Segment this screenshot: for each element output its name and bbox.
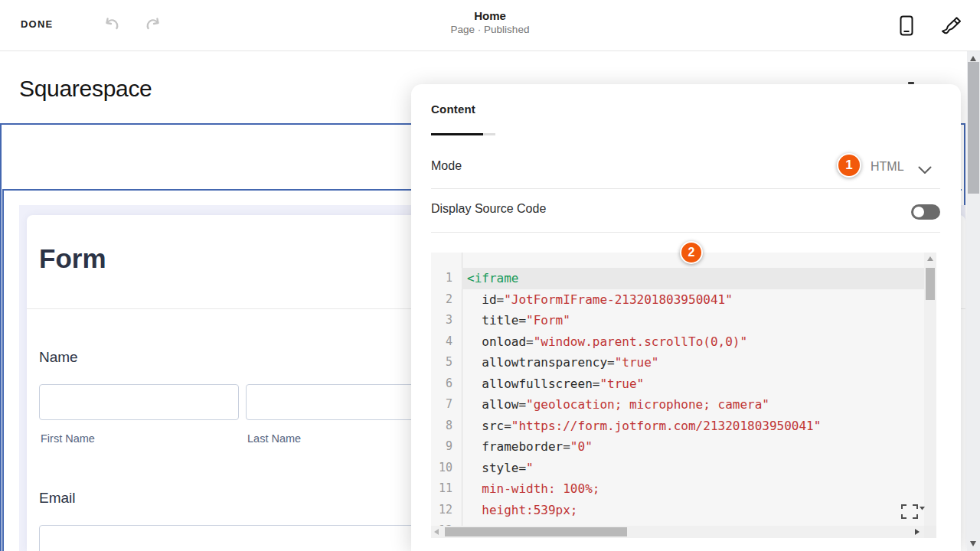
display-source-code-toggle[interactable] <box>911 204 940 220</box>
code-line: 2 id="JotFormIFrame-213201803950041" <box>431 289 924 311</box>
step-badge-1: 1 <box>837 153 861 178</box>
line-number: 9 <box>431 436 462 458</box>
page-scrollbar[interactable] <box>967 51 980 551</box>
code-line: 4 onload="window.parent.scrollTo(0,0)" <box>431 331 924 353</box>
tab-indicator-track <box>483 133 495 135</box>
email-field-label: Email <box>39 490 76 507</box>
fullscreen-icon <box>900 509 926 522</box>
line-number: 13 <box>431 520 462 526</box>
line-number: 1 <box>431 268 462 289</box>
editor-topbar: DONE Home Page · Published <box>0 0 980 51</box>
code-line: 7 allow="geolocation; microphone; camera… <box>431 394 924 416</box>
horizontal-scroll-thumb[interactable] <box>445 527 627 536</box>
page-title: Home <box>0 8 980 23</box>
line-number: 5 <box>431 352 462 373</box>
page-scroll-thumb[interactable] <box>968 62 979 194</box>
last-name-sublabel: Last Name <box>247 432 301 445</box>
tab-content[interactable]: Content <box>431 103 475 116</box>
code-line: 8 src="https://form.jotform.com/21320180… <box>431 416 924 437</box>
code-line: 5 allowtransparency="true" <box>431 352 924 373</box>
content-settings-panel: Content Mode 1 HTML Display Source Code … <box>411 84 961 551</box>
form-title: Form <box>39 243 106 274</box>
line-number: 3 <box>431 310 462 331</box>
code-line: 6 allowfullscreen="true" <box>431 373 924 395</box>
toggle-knob <box>913 207 924 217</box>
mobile-device-icon <box>899 26 914 39</box>
site-styles-button[interactable] <box>940 15 963 40</box>
line-number: 7 <box>431 394 462 416</box>
code-line: 12 height:539px; <box>431 500 924 521</box>
page-title-header[interactable]: Home Page · Published <box>0 8 980 37</box>
line-number: 4 <box>431 331 462 353</box>
paintbrush-icon <box>940 26 963 39</box>
email-input[interactable] <box>39 525 414 551</box>
fullscreen-expand-button[interactable] <box>900 504 926 523</box>
mobile-preview-button[interactable] <box>899 15 914 40</box>
page-scroll-down-arrow-icon[interactable] <box>970 541 976 546</box>
page-scroll-up-arrow-icon[interactable] <box>970 56 976 61</box>
line-number: 6 <box>431 373 462 395</box>
code-line: 9 frameborder="0" <box>431 436 924 458</box>
scroll-left-arrow-icon[interactable] <box>434 529 439 535</box>
active-tab-indicator <box>431 133 483 135</box>
step-badge-2: 2 <box>680 241 703 264</box>
panel-divider <box>431 232 940 233</box>
code-line: 10 style=" <box>431 458 924 479</box>
first-name-sublabel: First Name <box>41 432 95 445</box>
editor-vertical-scrollbar[interactable] <box>924 253 936 526</box>
editor-horizontal-scrollbar[interactable] <box>431 526 924 538</box>
code-line: 11 min-width: 100%; <box>431 478 924 500</box>
code-line: 13 border:none;" <box>431 520 924 526</box>
page-status: Page · Published <box>0 23 980 37</box>
squarespace-editor: Squarespace Form Name First Name Last Na… <box>0 0 980 551</box>
site-title: Squarespace <box>19 76 152 102</box>
mode-label: Mode <box>431 159 462 173</box>
mode-dropdown-value[interactable]: HTML <box>871 160 904 174</box>
display-source-code-label: Display Source Code <box>431 202 546 216</box>
chevron-down-icon[interactable] <box>918 164 932 178</box>
vertical-scroll-thumb[interactable] <box>926 268 935 300</box>
code-lines: 1<iframe2 id="JotFormIFrame-213201803950… <box>431 268 924 526</box>
line-number: 8 <box>431 416 462 437</box>
scroll-up-arrow-icon[interactable] <box>927 256 933 261</box>
scrollbar-corner <box>924 526 936 538</box>
line-number: 10 <box>431 458 462 479</box>
scroll-right-arrow-icon[interactable] <box>915 529 920 535</box>
html-code-editor[interactable]: 1<iframe2 id="JotFormIFrame-213201803950… <box>431 253 936 538</box>
line-number: 12 <box>431 500 462 521</box>
code-line: 3 title="Form" <box>431 310 924 331</box>
line-number: 2 <box>431 289 462 311</box>
first-name-input[interactable] <box>39 384 239 420</box>
name-field-label: Name <box>39 349 78 366</box>
line-number: 11 <box>431 478 462 500</box>
code-line: 1<iframe <box>431 268 924 289</box>
panel-divider <box>431 188 940 189</box>
